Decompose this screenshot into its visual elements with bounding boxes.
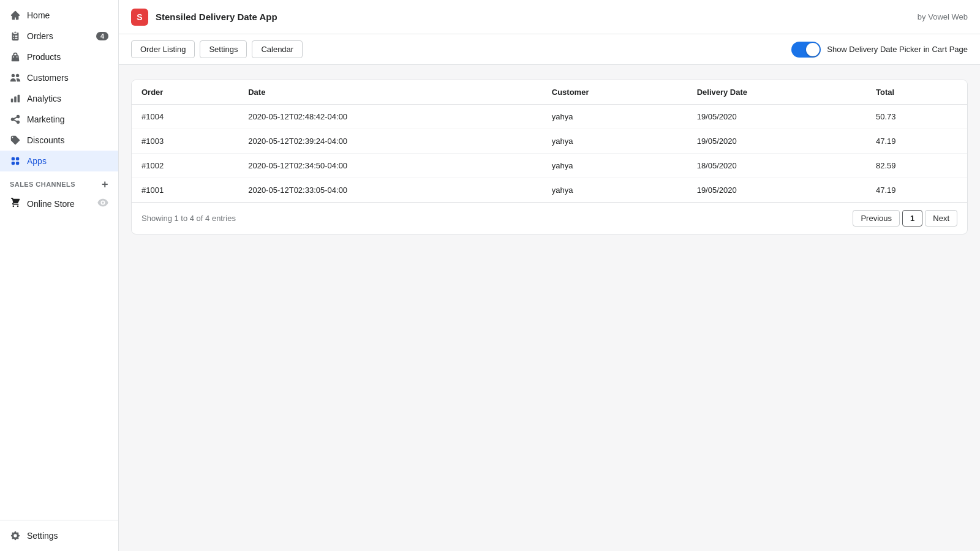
cell-date: 2020-05-12T02:33:05-04:00 bbox=[238, 178, 542, 203]
cell-order: #1004 bbox=[132, 105, 238, 129]
topbar: S Stensiled Delivery Date App by Vowel W… bbox=[119, 0, 980, 34]
orders-card: Order Date Customer Delivery Date Total … bbox=[131, 80, 968, 234]
discounts-icon bbox=[10, 135, 21, 146]
sidebar-item-apps-label: Apps bbox=[27, 156, 47, 166]
home-icon bbox=[10, 10, 21, 21]
table-row[interactable]: #1004 2020-05-12T02:48:42-04:00 yahya 19… bbox=[132, 105, 967, 129]
content-area: Order Date Customer Delivery Date Total … bbox=[119, 65, 980, 551]
pagination: Previous 1 Next bbox=[853, 210, 957, 227]
topbar-by: by Vowel Web bbox=[918, 12, 968, 21]
cell-customer: yahya bbox=[542, 178, 687, 203]
sidebar-item-analytics-label: Analytics bbox=[27, 94, 61, 103]
sidebar-item-orders[interactable]: Orders 4 bbox=[0, 26, 118, 47]
showing-entries: Showing 1 to 4 of 4 entries bbox=[141, 214, 236, 223]
delivery-date-toggle[interactable] bbox=[791, 42, 821, 58]
sidebar-item-marketing[interactable]: Marketing bbox=[0, 109, 118, 130]
cell-date: 2020-05-12T02:34:50-04:00 bbox=[238, 154, 542, 178]
next-button[interactable]: Next bbox=[925, 210, 957, 227]
cell-order: #1003 bbox=[132, 129, 238, 154]
table-row[interactable]: #1002 2020-05-12T02:34:50-04:00 yahya 18… bbox=[132, 154, 967, 178]
apps-icon bbox=[10, 156, 21, 167]
sidebar-item-home[interactable]: Home bbox=[0, 5, 118, 26]
sidebar-item-customers-label: Customers bbox=[27, 73, 69, 83]
cell-date: 2020-05-12T02:48:42-04:00 bbox=[238, 105, 542, 129]
app-logo: S bbox=[131, 9, 148, 26]
sidebar-item-settings-label: Settings bbox=[27, 531, 58, 541]
cell-customer: yahya bbox=[542, 154, 687, 178]
cell-customer: yahya bbox=[542, 129, 687, 154]
main-content: S Stensiled Delivery Date App by Vowel W… bbox=[119, 0, 980, 551]
sidebar-item-products[interactable]: Products bbox=[0, 47, 118, 67]
sidebar-item-settings[interactable]: Settings bbox=[0, 525, 118, 546]
cell-total: 47.19 bbox=[866, 129, 967, 154]
cell-order: #1001 bbox=[132, 178, 238, 203]
settings-icon bbox=[10, 530, 21, 541]
online-store-left: Online Store bbox=[10, 197, 75, 210]
sidebar-item-apps[interactable]: Apps bbox=[0, 151, 118, 171]
table-header: Order Date Customer Delivery Date Total bbox=[132, 80, 967, 105]
page-1-button[interactable]: 1 bbox=[902, 210, 922, 227]
orders-badge: 4 bbox=[96, 32, 108, 40]
col-customer: Customer bbox=[542, 80, 687, 105]
tab-order-listing[interactable]: Order Listing bbox=[131, 40, 195, 58]
sidebar-item-discounts-label: Discounts bbox=[27, 135, 64, 145]
online-store-label: Online Store bbox=[27, 199, 75, 209]
sales-channels-section: SALES CHANNELS + bbox=[0, 171, 118, 192]
tab-settings[interactable]: Settings bbox=[200, 40, 247, 58]
cell-delivery-date: 19/05/2020 bbox=[687, 178, 866, 203]
col-date: Date bbox=[238, 80, 542, 105]
sidebar-item-online-store[interactable]: Online Store bbox=[0, 192, 118, 215]
marketing-icon bbox=[10, 114, 21, 125]
cell-order: #1002 bbox=[132, 154, 238, 178]
sidebar-nav: Home Orders 4 Products Customers A bbox=[0, 0, 118, 520]
eye-icon[interactable] bbox=[97, 197, 108, 210]
online-store-icon bbox=[10, 197, 21, 210]
col-delivery-date: Delivery Date bbox=[687, 80, 866, 105]
sidebar-item-home-label: Home bbox=[27, 10, 50, 20]
cell-total: 50.73 bbox=[866, 105, 967, 129]
cell-delivery-date: 19/05/2020 bbox=[687, 129, 866, 154]
table-footer: Showing 1 to 4 of 4 entries Previous 1 N… bbox=[132, 202, 967, 234]
sidebar: Home Orders 4 Products Customers A bbox=[0, 0, 119, 551]
orders-table: Order Date Customer Delivery Date Total … bbox=[132, 80, 967, 202]
sidebar-item-analytics[interactable]: Analytics bbox=[0, 88, 118, 109]
cell-customer: yahya bbox=[542, 105, 687, 129]
sidebar-footer: Settings bbox=[0, 520, 118, 551]
sidebar-item-marketing-label: Marketing bbox=[27, 114, 64, 124]
sidebar-item-customers[interactable]: Customers bbox=[0, 67, 118, 88]
cell-total: 47.19 bbox=[866, 178, 967, 203]
cell-delivery-date: 18/05/2020 bbox=[687, 154, 866, 178]
app-title: Stensiled Delivery Date App bbox=[156, 12, 277, 22]
tab-calendar[interactable]: Calendar bbox=[252, 40, 303, 58]
table-body: #1004 2020-05-12T02:48:42-04:00 yahya 19… bbox=[132, 105, 967, 203]
col-total: Total bbox=[866, 80, 967, 105]
tabbar: Order Listing Settings Calendar Show Del… bbox=[119, 34, 980, 65]
cell-delivery-date: 19/05/2020 bbox=[687, 105, 866, 129]
table-row[interactable]: #1003 2020-05-12T02:39:24-04:00 yahya 19… bbox=[132, 129, 967, 154]
toggle-area: Show Delivery Date Picker in Cart Page bbox=[791, 42, 968, 58]
orders-icon bbox=[10, 31, 21, 42]
analytics-icon bbox=[10, 93, 21, 104]
sidebar-item-discounts[interactable]: Discounts bbox=[0, 130, 118, 151]
cell-total: 82.59 bbox=[866, 154, 967, 178]
previous-button[interactable]: Previous bbox=[853, 210, 900, 227]
sidebar-item-orders-label: Orders bbox=[27, 31, 53, 41]
table-row[interactable]: #1001 2020-05-12T02:33:05-04:00 yahya 19… bbox=[132, 178, 967, 203]
cell-date: 2020-05-12T02:39:24-04:00 bbox=[238, 129, 542, 154]
col-order: Order bbox=[132, 80, 238, 105]
add-sales-channel-icon[interactable]: + bbox=[102, 179, 108, 190]
sales-channels-label: SALES CHANNELS bbox=[10, 181, 75, 188]
toggle-label: Show Delivery Date Picker in Cart Page bbox=[827, 45, 968, 54]
products-icon bbox=[10, 51, 21, 62]
sidebar-item-products-label: Products bbox=[27, 52, 61, 62]
customers-icon bbox=[10, 72, 21, 83]
